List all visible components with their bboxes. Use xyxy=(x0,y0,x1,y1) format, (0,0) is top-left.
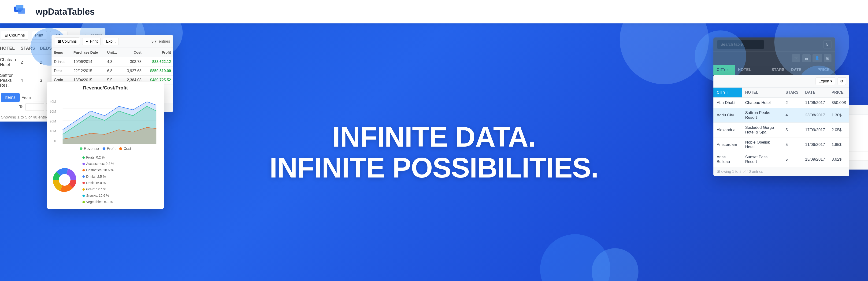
cell-hotel: Chateau Hotel xyxy=(0,54,18,70)
pie-label-desk: Desk: 16.0 % xyxy=(83,180,114,186)
table-row: Drinks 10/06/2014 4,3... 303.78 $88,622.… xyxy=(52,57,173,66)
light-cell-price: 350.00$ xyxy=(829,98,849,108)
light-cell-price: 3.62$ xyxy=(829,152,849,167)
revenue-dot xyxy=(80,147,83,150)
profit-label: Profit xyxy=(107,147,116,151)
svg-point-12 xyxy=(59,174,70,186)
light-col-hotel: HOTEL xyxy=(742,88,782,98)
svg-rect-2 xyxy=(18,8,25,13)
light-cell-date: 15/09/2017 xyxy=(802,152,828,167)
cell-item: Desk xyxy=(52,66,71,75)
light-hotel-table: CITY ↑ HOTEL STARS DATE PRICE Abu Dhabi … xyxy=(713,88,849,167)
col-items: Items xyxy=(52,48,71,57)
light-cell-date: 17/09/2017 xyxy=(802,123,828,137)
light-cell-stars: 2 xyxy=(782,98,802,108)
pie-label-accessories: Accessories: 9.2 % xyxy=(83,161,114,167)
col-unit: Unit... xyxy=(105,48,121,57)
light-cell-date: 23/08/2017 xyxy=(802,108,828,123)
chart-plot-area xyxy=(58,97,161,145)
light-col-stars: STARS xyxy=(782,88,802,98)
legend-revenue: Revenue xyxy=(80,147,99,151)
light-cell-hotel: Sunset Pass Resort xyxy=(742,152,782,167)
pie-label-fruits: Fruits: 0.2 % xyxy=(83,155,114,160)
light-table-row: Abu Dhabi Chateau Hotel 2 11/06/2017 350… xyxy=(713,98,849,108)
pie-section: Fruits: 0.2 % Accessories: 9.2 % Cosmeti… xyxy=(47,153,164,209)
to-input[interactable] xyxy=(25,103,44,111)
light-cell-city: Anse Boileau xyxy=(713,152,742,167)
light-cell-stars: 5 xyxy=(782,152,802,167)
light-cell-stars: 5 xyxy=(782,137,802,152)
light-cell-hotel: Saffron Peaks Resort xyxy=(742,108,782,123)
light-col-date: DATE xyxy=(802,88,828,98)
print-btn2[interactable]: 🖨 Print xyxy=(82,38,101,45)
col-hotel: HOTEL xyxy=(0,42,18,54)
light-cell-date: 11/06/2017 xyxy=(802,98,828,108)
from-label: From xyxy=(22,95,31,100)
cell-date: 10/06/2014 xyxy=(71,57,105,66)
columns-button[interactable]: ⊞ Columns xyxy=(1,31,28,39)
to-label: To xyxy=(19,105,24,110)
light-cell-price: 1.30$ xyxy=(829,108,849,123)
entries-label2: entries xyxy=(159,39,170,43)
light-table-row: Alexandria Secluded Gorge Hotel & Spa 5 … xyxy=(713,123,849,137)
light-cell-price: 1.85$ xyxy=(829,137,849,152)
chart-card: Revenue/Cost/Profit 40M 30M 20M 10M 0 xyxy=(47,82,164,209)
center-text: INFINITE DATA. INFINITE POSSIBILITIES. xyxy=(270,121,598,183)
chart-title: Revenue/Cost/Profit xyxy=(47,82,164,94)
pie-label-grain: Grain: 12.4 % xyxy=(83,186,114,192)
y-axis-labels: 40M 30M 20M 10M 0 xyxy=(50,98,56,145)
col-date: Purchase Date xyxy=(71,48,105,57)
columns-icon: ⊞ xyxy=(4,33,8,38)
data-section: INFINITE DATA. INFINITE POSSIBILITIES. ⊞… xyxy=(0,24,868,281)
cell-unit: 4,3... xyxy=(105,57,121,66)
logo-area: wpDataTables xyxy=(14,5,95,19)
light-table-card: Export ▾ ⚙ CITY ↑ HOTEL STARS DATE PRICE… xyxy=(713,75,849,176)
pie-label-drinks: Drinks: 2.5 % xyxy=(83,174,114,180)
light-table-row: Addu City Saffron Peaks Resort 4 23/08/2… xyxy=(713,108,849,123)
col-profit: Profit xyxy=(144,48,173,57)
line-chart-svg xyxy=(58,97,161,144)
cell-item: Drinks xyxy=(52,57,71,66)
cell-cost: 303.78 xyxy=(122,57,144,66)
light-cell-hotel: Noble Obelisk Hotel xyxy=(742,137,782,152)
decorative-circle-5 xyxy=(695,30,746,82)
headline-line1: INFINITE DATA. xyxy=(270,121,598,152)
export-btn2[interactable]: Exp... xyxy=(103,38,119,45)
pie-chart-svg xyxy=(51,166,79,194)
light-cell-stars: 4 xyxy=(782,108,802,123)
light-cell-city: Addu City xyxy=(713,108,742,123)
items-filter-button[interactable]: Items xyxy=(1,93,20,102)
headline-line2: INFINITE POSSIBILITIES. xyxy=(270,152,598,183)
light-col-city: CITY ↑ xyxy=(713,88,742,98)
light-cell-city: Alexandria xyxy=(713,123,742,137)
chart-legend: Revenue Profit Cost xyxy=(47,145,164,153)
light-cell-date: 11/06/2017 xyxy=(802,137,828,152)
columns-btn2[interactable]: ⊞ Columns xyxy=(55,37,80,45)
light-cell-hotel: Chateau Hotel xyxy=(742,98,782,108)
revenue-label: Revenue xyxy=(84,147,99,151)
pie-labels: Fruits: 0.2 % Accessories: 9.2 % Cosmeti… xyxy=(83,155,114,205)
cell-date: 22/12/2015 xyxy=(71,66,105,75)
legend-profit: Profit xyxy=(102,147,116,151)
cost-dot xyxy=(119,147,122,150)
light-col-price: PRICE xyxy=(829,88,849,98)
cell-unit: 6,8... xyxy=(105,66,121,75)
entries-filter: 5 ▾ xyxy=(152,39,156,43)
col-cost: Cost xyxy=(122,48,144,57)
light-table-row: Anse Boileau Sunset Pass Resort 5 15/09/… xyxy=(713,152,849,167)
cell-cost: 3,927.68 xyxy=(122,66,144,75)
light-cell-hotel: Secluded Gorge Hotel & Spa xyxy=(742,123,782,137)
light-cell-price: 2.05$ xyxy=(829,123,849,137)
table-row: Desk 22/12/2015 6,8... 3,927.68 $859,510… xyxy=(52,66,173,75)
pie-label-cosmetics: Cosmetics: 18.6 % xyxy=(83,167,114,173)
light-table-footer: Showing 1 to 5 of 40 entries xyxy=(713,167,849,176)
cell-profit: $859,510.00 xyxy=(144,66,173,75)
light-cell-stars: 5 xyxy=(782,123,802,137)
export-btn-light[interactable]: Export ▾ xyxy=(815,77,835,85)
pie-label-snacks: Snacks: 10.6 % xyxy=(83,193,114,198)
legend-cost: Cost xyxy=(119,147,131,151)
profit-dot xyxy=(102,147,105,150)
settings-btn-light[interactable]: ⚙ xyxy=(838,77,846,85)
cell-stars: 4 xyxy=(18,70,37,91)
logo-icon xyxy=(14,5,31,19)
